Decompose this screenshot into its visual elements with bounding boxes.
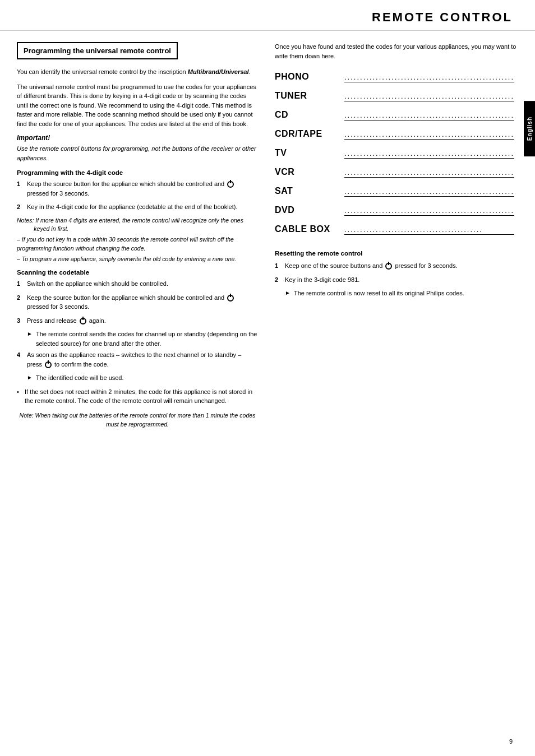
code-dots: ........................................… bbox=[344, 207, 514, 216]
step-2-4digit: 2 Key in the 4-digit code for the applia… bbox=[17, 202, 258, 212]
step-1-4digit: 1 Keep the source button for the applian… bbox=[17, 179, 258, 198]
scan-step-2-num: 2 bbox=[17, 293, 27, 312]
programming-box: Programming the universal remote control bbox=[17, 42, 178, 59]
scan-arrow-1: ► The remote control sends the codes for… bbox=[27, 330, 258, 348]
scan-step-4-content: As soon as the appliance reacts – switch… bbox=[27, 350, 258, 369]
list-item: SAT ....................................… bbox=[275, 186, 516, 198]
reset-step-1: 1 Keep one of the source buttons and pre… bbox=[275, 261, 516, 271]
resetting-heading: Resetting the remote control bbox=[275, 250, 516, 257]
multibrand-text: Multibrand/Universal bbox=[188, 68, 249, 75]
scan-step-1: 1 Switch on the appliance which should b… bbox=[17, 279, 258, 289]
code-label: DVD bbox=[275, 205, 342, 215]
code-label: CDR/TAPE bbox=[275, 129, 342, 139]
programming-4digit-heading: Programming with the 4-digit code bbox=[17, 169, 258, 176]
main-content: Programming the universal remote control… bbox=[0, 31, 535, 440]
scan-step-4: 4 As soon as the appliance reacts – swit… bbox=[17, 350, 258, 369]
list-item: VCR ....................................… bbox=[275, 167, 516, 179]
code-label: TV bbox=[275, 148, 342, 158]
power-icon-4 bbox=[45, 361, 52, 368]
page-title: REMOTE CONTROL bbox=[372, 10, 513, 24]
reset-step-1-content: Keep one of the source buttons and press… bbox=[285, 261, 516, 271]
notes-block: Notes: If more than 4 digits are entered… bbox=[17, 216, 258, 264]
code-dots: ........................................… bbox=[344, 169, 514, 178]
bullet-item-1: • If the set does not react within 2 min… bbox=[17, 387, 258, 406]
scan-step-4-num: 4 bbox=[17, 350, 27, 369]
power-icon-3 bbox=[80, 318, 86, 324]
note-2-line: – If you do not key in a code within 30 … bbox=[17, 235, 258, 253]
notes-label: Notes: bbox=[17, 216, 34, 234]
programming-box-title: Programming the universal remote control bbox=[24, 47, 171, 55]
right-column: Once you have found and tested the codes… bbox=[275, 42, 531, 429]
codes-list: PHONO ..................................… bbox=[275, 72, 516, 236]
intro-paragraph-1: You can identify the universal remote co… bbox=[17, 67, 258, 77]
code-dots: ........................................… bbox=[344, 150, 514, 159]
step-1-num: 1 bbox=[17, 179, 27, 198]
important-heading: Important! bbox=[17, 134, 258, 142]
reset-step-2-content: Key in the 3-digit code 981. bbox=[285, 275, 516, 285]
code-dots: ........................................… bbox=[344, 188, 514, 197]
power-icon-2 bbox=[227, 295, 234, 302]
page-container: REMOTE CONTROL English Programming the u… bbox=[0, 0, 535, 756]
code-dots: ........................................… bbox=[344, 226, 514, 235]
page-header: REMOTE CONTROL bbox=[0, 0, 535, 31]
code-dots: ........................................… bbox=[344, 112, 514, 120]
page-number: 9 bbox=[509, 738, 513, 745]
code-label: CD bbox=[275, 110, 342, 120]
bullet-icon-1: • bbox=[17, 387, 25, 406]
code-label: SAT bbox=[275, 186, 342, 196]
code-label: CABLE BOX bbox=[275, 224, 342, 234]
code-dots: ........................................… bbox=[344, 131, 514, 140]
arrow-icon-3: ► bbox=[285, 289, 294, 297]
scan-step-3-content: Press and release again. bbox=[27, 316, 258, 326]
list-item: TUNER ..................................… bbox=[275, 91, 516, 103]
resetting-section: Resetting the remote control 1 Keep one … bbox=[275, 250, 516, 298]
scan-step-3-num: 3 bbox=[17, 316, 27, 326]
step-2-content: Key in the 4-digit code for the applianc… bbox=[27, 202, 258, 212]
step-1-content: Keep the source button for the appliance… bbox=[27, 179, 258, 198]
notes-label-line: Notes: If more than 4 digits are entered… bbox=[17, 216, 258, 234]
list-item: CD .....................................… bbox=[275, 110, 516, 122]
list-item: PHONO ..................................… bbox=[275, 72, 516, 84]
reset-step-2: 2 Key in the 3-digit code 981. bbox=[275, 275, 516, 285]
important-text: Use the remote control buttons for progr… bbox=[17, 144, 258, 163]
power-icon-5 bbox=[385, 263, 392, 270]
code-label: TUNER bbox=[275, 91, 342, 101]
reset-step-2-num: 2 bbox=[275, 275, 285, 285]
arrow-icon-2: ► bbox=[27, 373, 36, 382]
code-dots: ........................................… bbox=[344, 73, 514, 82]
list-item: CDR/TAPE ...............................… bbox=[275, 129, 516, 141]
intro-text-1: You can identify the universal remote co… bbox=[17, 68, 188, 75]
scan-step-3: 3 Press and release again. bbox=[17, 316, 258, 326]
intro-text-1-end: . bbox=[249, 68, 251, 75]
reset-arrow: ► The remote control is now reset to all… bbox=[285, 289, 516, 298]
note-bottom: Note: When taking out the batteries of t… bbox=[17, 411, 258, 429]
reset-step-1-num: 1 bbox=[275, 261, 285, 271]
step-2-num: 2 bbox=[17, 202, 27, 212]
language-tab: English bbox=[524, 101, 535, 156]
list-item: CABLE BOX ..............................… bbox=[275, 224, 516, 236]
left-column: Programming the universal remote control… bbox=[17, 42, 258, 429]
power-icon-1 bbox=[227, 181, 234, 188]
intro-paragraph-2: The universal remote control must be pro… bbox=[17, 82, 258, 129]
scan-step-1-content: Switch on the appliance which should be … bbox=[27, 279, 258, 289]
scan-step-2: 2 Keep the source button for the applian… bbox=[17, 293, 258, 312]
scanning-heading: Scanning the codetable bbox=[17, 269, 258, 276]
note-3-line: – To program a new appliance, simply ove… bbox=[17, 255, 258, 264]
code-label: VCR bbox=[275, 167, 342, 177]
scan-step-2-content: Keep the source button for the appliance… bbox=[27, 293, 258, 312]
code-dots: ........................................… bbox=[344, 92, 514, 101]
list-item: DVD ....................................… bbox=[275, 205, 516, 217]
scan-step-1-num: 1 bbox=[17, 279, 27, 289]
scan-arrow-2: ► The identified code will be used. bbox=[27, 373, 258, 383]
arrow-icon-1: ► bbox=[27, 330, 36, 338]
list-item: TV .....................................… bbox=[275, 148, 516, 160]
right-intro: Once you have found and tested the codes… bbox=[275, 42, 516, 61]
code-label: PHONO bbox=[275, 72, 342, 82]
